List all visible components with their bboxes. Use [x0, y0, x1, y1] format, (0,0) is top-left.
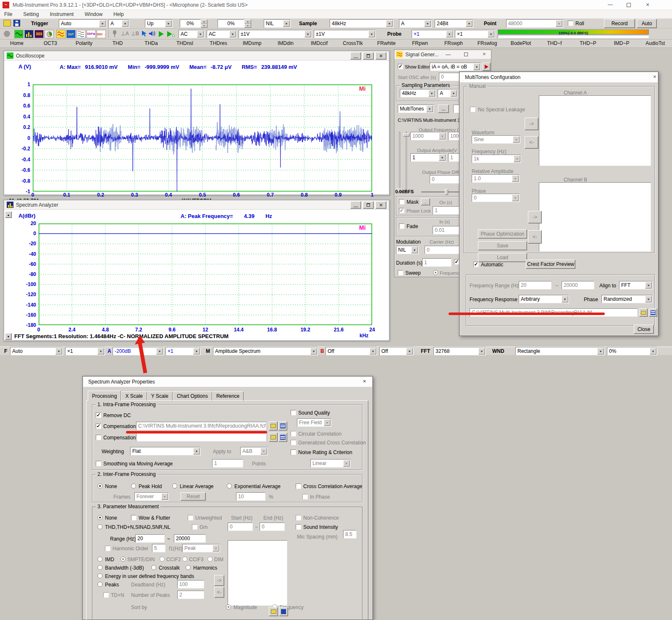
range-b-combo[interactable]: ±1V▼ — [314, 30, 376, 38]
range-hi-field[interactable]: 20000 — [174, 534, 206, 543]
energy-radio[interactable] — [97, 573, 102, 578]
thd-radio[interactable] — [97, 524, 102, 529]
dbfs-slider-thumb[interactable] — [445, 189, 448, 195]
oscilloscope-close-button[interactable]: ✕ — [375, 52, 386, 60]
properties-close-icon[interactable]: × — [363, 378, 366, 384]
status-fft-combo[interactable]: 32768▼ — [433, 347, 486, 355]
spectrum-footer-dropdown[interactable]: ▼ — [5, 333, 12, 340]
param-none-radio[interactable] — [97, 515, 102, 520]
fade-checkbox[interactable] — [399, 223, 404, 229]
weighting-combo[interactable]: Flat▼ — [130, 447, 201, 455]
spectrum-restore-button[interactable] — [363, 201, 374, 209]
instrument-tab[interactable]: CrossTlk — [336, 39, 370, 47]
ddp-viewer-icon[interactable]: DDP⊕ — [87, 30, 96, 38]
siggen-rate-combo[interactable]: 48kHz▼ — [400, 89, 436, 97]
run-record-icon[interactable] — [167, 31, 172, 37]
oscilloscope-titlebar[interactable]: Oscilloscope — ✕ — [4, 51, 389, 60]
cca-checkbox[interactable] — [296, 483, 301, 489]
wave-type-combo[interactable]: MultiTones▼ — [398, 105, 434, 113]
comp2-path-field[interactable] — [136, 433, 266, 441]
instrument-tab[interactable]: THDa — [134, 39, 168, 47]
trigger-mode-combo[interactable]: Auto▼ — [59, 19, 107, 28]
range-a-combo[interactable]: ±1V▼ — [239, 30, 312, 38]
instrument-tab[interactable]: IMD~P — [605, 39, 638, 47]
roll-checkbox[interactable] — [568, 21, 573, 26]
device-test-plan-icon[interactable]: DUT — [66, 30, 76, 38]
linear-avg-radio[interactable] — [172, 483, 177, 489]
align-combo[interactable]: FFT▼ — [619, 281, 653, 289]
multitones-titlebar[interactable]: MultiTones Configuration × — [460, 72, 658, 82]
probe-b-combo[interactable]: ×1▼ — [455, 30, 495, 38]
frf-open-button[interactable] — [639, 308, 648, 317]
oscilloscope-icon[interactable] — [14, 30, 24, 38]
close-icon[interactable]: × — [646, 2, 649, 8]
multimeter-icon[interactable]: 888 — [34, 30, 44, 38]
signal-generator-icon[interactable] — [56, 30, 66, 38]
slider-b-thumb[interactable] — [403, 133, 410, 137]
pointer-icon[interactable] — [141, 30, 148, 38]
channel-b-listbox[interactable] — [539, 182, 651, 252]
channel-a-listbox[interactable] — [539, 95, 651, 166]
spectrum-close-button[interactable]: ✕ — [375, 201, 386, 209]
editor-mode-combo[interactable]: iA = oA, iB = oB▼ — [430, 63, 481, 71]
open-file-icon[interactable] — [3, 20, 11, 26]
status-wnd-combo[interactable]: Rectangle▼ — [515, 347, 605, 355]
spectrum-titlebar[interactable]: Spectrum Analyzer — ✕ — [4, 200, 389, 210]
instrument-tab[interactable]: FRswlog — [470, 39, 504, 47]
menu-item[interactable]: Instrument — [50, 11, 74, 17]
remove-dc-checkbox[interactable] — [96, 412, 101, 418]
comp2-checkbox[interactable] — [96, 435, 101, 440]
mask-more-button[interactable]: ... — [421, 198, 430, 205]
trigger-couple-combo[interactable]: NIL▼ — [264, 19, 291, 28]
instrument-tab[interactable]: FRwhite — [370, 39, 403, 47]
status-b2-combo[interactable]: Off▼ — [379, 347, 414, 355]
status-a-mult-combo[interactable]: ×1▼ — [165, 347, 201, 355]
freq-resp-combo[interactable]: Arbitrary▼ — [519, 295, 569, 303]
bit-depth-combo[interactable]: 24Bit▼ — [435, 19, 473, 28]
spectrum-scroll-up[interactable]: ▲ — [5, 211, 12, 218]
comp1-checkbox[interactable] — [96, 423, 101, 429]
instrument-tab[interactable]: IMDsmp — [235, 39, 269, 47]
sweep-checkbox[interactable] — [398, 270, 403, 276]
sampling-channel-combo[interactable]: A▼ — [399, 19, 432, 28]
comp1-open-button[interactable] — [269, 421, 278, 431]
peaks-radio[interactable] — [97, 582, 102, 587]
modulation-combo[interactable]: NIL▼ — [396, 246, 419, 254]
imd-radio[interactable] — [97, 557, 102, 562]
wave-more-button[interactable]: ... — [438, 105, 449, 113]
phase2-combo[interactable]: Randomized▼ — [601, 295, 653, 303]
properties-tab[interactable]: Processing — [88, 391, 121, 401]
inter-none-radio[interactable] — [97, 483, 102, 489]
siggen-minimize-icon[interactable]: — — [446, 52, 451, 58]
comp1-grid-button[interactable] — [278, 421, 287, 431]
save-icon[interactable] — [13, 20, 20, 26]
range-lo-field[interactable]: 20 — [135, 534, 165, 543]
multitones-close-icon[interactable]: × — [653, 74, 656, 80]
properties-titlebar[interactable]: Spectrum Analyzer Properties × — [83, 377, 372, 387]
sound-quality-checkbox[interactable] — [291, 410, 296, 415]
instrument-tab[interactable]: BodePlot — [504, 39, 538, 47]
peak-hold-radio[interactable] — [131, 483, 136, 489]
status-f-mode-combo[interactable]: Auto▼ — [10, 347, 63, 355]
device-meter-icon[interactable] — [45, 30, 54, 38]
record-dot-icon[interactable] — [4, 31, 10, 37]
menu-item[interactable]: File — [4, 11, 12, 17]
close-button[interactable]: Close — [634, 325, 654, 334]
instrument-tab[interactable]: THD — [101, 39, 134, 47]
trigger-delay-spinner[interactable]: ▲▼ — [244, 19, 251, 28]
harmonics-radio[interactable] — [186, 565, 191, 570]
sampling-rate-combo[interactable]: 48kHz▼ — [330, 19, 394, 28]
probe-a-combo[interactable]: ×1▼ — [412, 30, 454, 38]
bands-listbox[interactable] — [228, 540, 287, 606]
frf-grid-button[interactable] — [649, 308, 657, 317]
instrument-tab[interactable]: IMDccif — [302, 39, 336, 47]
instrument-tab[interactable]: Polarity — [67, 39, 101, 47]
coupling-b-combo[interactable]: AC▼ — [207, 30, 237, 38]
instrument-tab[interactable]: THD~P — [571, 39, 605, 47]
instrument-tab[interactable]: THDres — [202, 39, 235, 47]
instrument-tab[interactable]: OCT3 — [34, 39, 67, 47]
comp1-path-field[interactable]: C:\VIRTINS Multi-Instrument 3.9\fcf\Repr… — [136, 422, 266, 430]
bands-open-button[interactable] — [269, 607, 278, 616]
siggen-titlebar[interactable]: Signal Gener... — × — [394, 50, 491, 59]
minimize-icon[interactable]: — — [608, 2, 613, 8]
